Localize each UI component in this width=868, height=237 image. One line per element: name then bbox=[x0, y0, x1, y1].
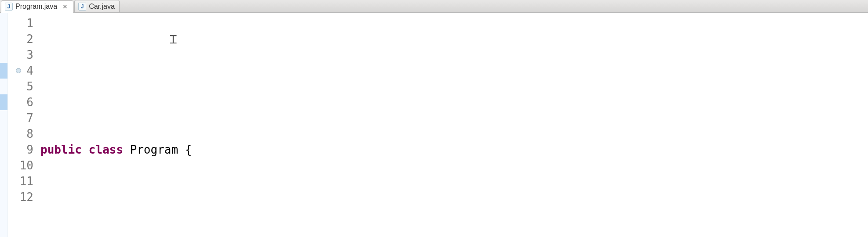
line-number: 9 bbox=[8, 142, 38, 158]
close-icon[interactable]: ✕ bbox=[62, 3, 69, 10]
code-line[interactable] bbox=[38, 205, 868, 221]
overview-ruler bbox=[0, 13, 8, 237]
line-number: 6 bbox=[8, 94, 38, 110]
line-number: 12 bbox=[8, 189, 38, 205]
code-line[interactable]: public class Program { bbox=[38, 142, 868, 158]
line-number: 5 bbox=[8, 79, 38, 94]
tab-car-java[interactable]: J Car.java bbox=[74, 0, 120, 12]
java-file-icon: J bbox=[5, 3, 13, 11]
editor-container: J Program.java ✕ J Car.java 1 2 bbox=[0, 0, 868, 237]
line-number: 7 bbox=[8, 110, 38, 126]
line-number: 11 bbox=[8, 173, 38, 189]
line-number: 3 bbox=[8, 47, 38, 63]
line-number-gutter: 1 2 3 4 5 6 7 8 9 10 11 12 bbox=[8, 13, 38, 237]
line-number: 8 bbox=[8, 126, 38, 142]
text-cursor-icon: Ꮖ bbox=[170, 32, 177, 48]
line-number: 10 bbox=[8, 158, 38, 173]
tab-program-java[interactable]: J Program.java ✕ bbox=[1, 0, 73, 13]
code-text[interactable]: Ꮖ public class Program { public static v… bbox=[38, 13, 868, 237]
tab-label: Program.java bbox=[15, 3, 57, 11]
code-line[interactable] bbox=[38, 79, 868, 94]
line-number: 4 bbox=[8, 63, 38, 79]
line-number: 1 bbox=[8, 15, 38, 31]
code-area[interactable]: 1 2 3 4 5 6 7 8 9 10 11 12 Ꮖ public clas… bbox=[0, 13, 868, 237]
tab-label: Car.java bbox=[89, 3, 115, 11]
tab-bar: J Program.java ✕ J Car.java bbox=[0, 0, 868, 13]
method-marker-icon bbox=[16, 68, 21, 73]
line-number: 2 bbox=[8, 31, 38, 47]
java-file-icon: J bbox=[78, 3, 86, 11]
